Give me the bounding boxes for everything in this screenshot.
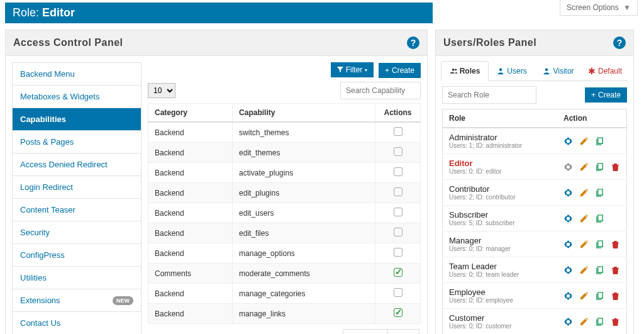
filter-button[interactable]: Filter ▾: [331, 62, 374, 77]
delete-icon[interactable]: [611, 291, 620, 301]
sidebar-item-backend-menu[interactable]: Backend Menu: [13, 63, 141, 86]
manage-icon[interactable]: [564, 162, 573, 172]
sidebar-item-metaboxes-widgets[interactable]: Metaboxes & Widgets: [13, 86, 141, 108]
role-name[interactable]: Subscriber: [449, 210, 551, 220]
clone-icon[interactable]: [595, 265, 604, 275]
delete-icon[interactable]: [611, 162, 620, 172]
cell-capability: switch_themes: [233, 122, 375, 143]
sidebar-item-capabilities[interactable]: Capabilities: [13, 108, 141, 131]
role-name[interactable]: Contributor: [449, 184, 551, 194]
clone-icon[interactable]: [595, 136, 604, 146]
cell-capability: edit_themes: [233, 143, 375, 163]
sidebar-item-extensions[interactable]: ExtensionsNEW: [13, 289, 141, 312]
role-name[interactable]: Editor: [449, 159, 551, 168]
col-capability: Capability: [233, 104, 375, 123]
manage-icon[interactable]: [564, 136, 573, 146]
tab-default[interactable]: ✱ Default: [582, 61, 628, 81]
edit-icon[interactable]: [579, 291, 589, 301]
manage-icon[interactable]: [564, 317, 573, 326]
role-meta: Users: 0; ID: employee: [449, 297, 551, 304]
create-capability-button[interactable]: + Create: [379, 63, 421, 78]
edit-icon[interactable]: [579, 214, 589, 223]
cell-capability: manage_links: [233, 304, 375, 324]
clone-icon[interactable]: [595, 214, 604, 223]
capability-checkbox[interactable]: [394, 147, 402, 156]
capability-checkbox[interactable]: [394, 127, 402, 136]
sidebar-item-utilities[interactable]: Utilities: [13, 267, 141, 289]
role-row: ContributorUsers: 2; ID: contributor: [443, 180, 627, 206]
manage-icon[interactable]: [564, 240, 573, 249]
manage-icon[interactable]: [564, 188, 573, 198]
access-control-panel: Access Control Panel ? Backend MenuMetab…: [5, 30, 428, 334]
capability-checkbox[interactable]: [394, 308, 402, 317]
edit-icon[interactable]: [579, 317, 589, 326]
search-role-input[interactable]: [442, 86, 536, 104]
manage-icon[interactable]: [564, 291, 573, 301]
manage-icon[interactable]: [564, 265, 573, 275]
role-name[interactable]: Employee: [449, 287, 551, 297]
tab-visitor[interactable]: Visitor: [535, 61, 582, 81]
capability-checkbox[interactable]: [394, 228, 402, 237]
sidebar-item-configpress[interactable]: ConfigPress: [13, 244, 141, 267]
user-icon: [497, 67, 504, 75]
sidebar-item-label: Extensions: [20, 296, 60, 305]
capability-checkbox[interactable]: [394, 187, 402, 196]
sidebar-item-label: ConfigPress: [20, 250, 65, 260]
delete-icon[interactable]: [611, 240, 620, 249]
delete-icon[interactable]: [611, 265, 620, 275]
edit-icon[interactable]: [579, 188, 589, 198]
role-name[interactable]: Manager: [449, 236, 551, 245]
page-size-select[interactable]: 10: [148, 83, 175, 98]
capability-row: Backendmanage_categories: [148, 284, 421, 304]
create-role-button[interactable]: + Create: [585, 87, 627, 103]
sidebar-item-security[interactable]: Security: [13, 221, 141, 244]
sidebar-item-label: Content Teaser: [20, 205, 75, 214]
col-role: Role: [443, 109, 558, 128]
sidebar-item-posts-pages[interactable]: Posts & Pages: [13, 131, 141, 153]
role-row: EditorUsers: 0; ID: editor: [443, 154, 627, 180]
manage-icon[interactable]: [564, 214, 573, 223]
edit-icon[interactable]: [579, 136, 589, 146]
pager-prev[interactable]: Previous: [343, 330, 389, 334]
new-badge: NEW: [113, 296, 133, 305]
edit-icon[interactable]: [579, 240, 589, 249]
edit-icon[interactable]: [579, 162, 589, 172]
edit-icon[interactable]: [579, 265, 589, 275]
users-icon: [450, 67, 457, 75]
screen-options-toggle[interactable]: Screen Options ▼: [560, 0, 638, 16]
clone-icon[interactable]: [595, 240, 604, 249]
sidebar-item-label: Utilities: [20, 273, 47, 282]
role-name[interactable]: Customer: [449, 313, 551, 323]
capabilities-table: Category Capability Actions Backendswitc…: [148, 103, 421, 324]
pager: Previous Next: [343, 329, 419, 334]
clone-icon[interactable]: [595, 317, 604, 326]
cell-category: Backend: [148, 203, 233, 223]
capability-checkbox[interactable]: [394, 248, 402, 257]
pager-next[interactable]: Next: [388, 330, 419, 334]
user-icon: [543, 67, 550, 75]
help-icon[interactable]: ?: [407, 36, 419, 49]
clone-icon[interactable]: [595, 162, 604, 172]
delete-icon[interactable]: [611, 317, 620, 326]
tab-roles[interactable]: Roles: [441, 61, 489, 81]
capability-checkbox[interactable]: [394, 288, 402, 297]
search-capability-input[interactable]: [340, 82, 421, 99]
sidebar-item-login-redirect[interactable]: Login Redirect: [13, 176, 141, 199]
caret-down-icon: ▾: [365, 67, 367, 73]
clone-icon[interactable]: [595, 188, 604, 198]
cell-category: Backend: [148, 243, 233, 264]
cell-category: Backend: [148, 304, 233, 324]
role-name[interactable]: Team Leader: [449, 262, 551, 271]
capability-checkbox[interactable]: [394, 167, 402, 176]
sidebar-item-access-denied-redirect[interactable]: Access Denied Redirect: [13, 153, 141, 176]
help-icon[interactable]: ?: [613, 36, 626, 49]
role-meta: Users: 0; ID: editor: [449, 168, 551, 175]
capability-checkbox[interactable]: [394, 268, 402, 277]
capability-checkbox[interactable]: [394, 208, 402, 216]
clone-icon[interactable]: [595, 291, 604, 301]
sidebar-item-content-teaser[interactable]: Content Teaser: [13, 199, 141, 221]
role-name[interactable]: Administrator: [449, 133, 551, 142]
sidebar-item-contact-us[interactable]: Contact Us: [13, 312, 141, 334]
capability-row: Commentsmoderate_comments: [148, 264, 421, 284]
tab-users[interactable]: Users: [489, 61, 535, 81]
